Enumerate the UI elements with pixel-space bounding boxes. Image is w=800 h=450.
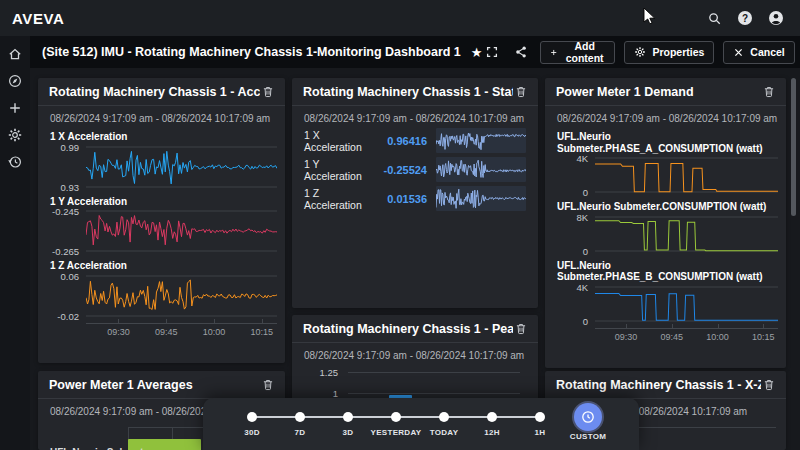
delete-trash-icon[interactable] bbox=[513, 84, 529, 100]
share-icon[interactable] bbox=[511, 45, 531, 59]
x-axis-tick-label: 10:00 bbox=[203, 327, 226, 337]
status-row-label: 1 Y Acceleration bbox=[304, 158, 369, 182]
panel-peak-date-range: 08/26/2024 9:17:09 am - 08/26/2024 10:17… bbox=[304, 350, 526, 361]
peak-y-label: 1.25 bbox=[304, 367, 338, 378]
delete-trash-icon[interactable] bbox=[761, 84, 777, 100]
status-row-value: 0.01536 bbox=[369, 193, 427, 205]
user-account-icon[interactable] bbox=[768, 10, 784, 26]
add-content-button[interactable]: Add content bbox=[540, 41, 615, 64]
add-plus-icon[interactable] bbox=[7, 100, 23, 116]
x-axis-tick-label: 10:15 bbox=[752, 332, 775, 342]
x-axis-tick bbox=[626, 324, 627, 328]
x-axis-tick-label: 09:45 bbox=[155, 327, 178, 337]
x-axis: 09:3009:4510:0010:15 bbox=[545, 328, 778, 344]
time-range-label: 3D bbox=[343, 428, 354, 437]
custom-range-label: CUSTOM bbox=[570, 432, 606, 441]
x-axis-line: 09:3009:4510:0010:15 bbox=[595, 328, 778, 344]
properties-button[interactable]: Properties bbox=[624, 41, 714, 64]
trend-plot-row: -0.245-0.265 bbox=[38, 209, 277, 253]
status-row: 1 X Acceleration0.96416 bbox=[304, 128, 526, 153]
time-range-label: YESTERDAY bbox=[371, 428, 422, 437]
settings-gear-icon[interactable] bbox=[7, 127, 23, 143]
search-icon[interactable] bbox=[707, 11, 722, 26]
time-range-option-today[interactable]: TODAY bbox=[444, 398, 445, 450]
x-axis-tick bbox=[262, 319, 263, 323]
delete-trash-icon[interactable] bbox=[513, 321, 529, 337]
svg-text:?: ? bbox=[742, 13, 748, 24]
y-max-label: 8K bbox=[576, 211, 588, 222]
y-min-label: -0.265 bbox=[52, 246, 79, 257]
trend-plot-row: 0.990.93 bbox=[38, 145, 277, 189]
time-range-dot bbox=[535, 412, 545, 422]
vertical-scrollbar[interactable] bbox=[791, 78, 796, 216]
fullscreen-icon[interactable] bbox=[482, 45, 502, 59]
favorite-star-icon[interactable]: ★ bbox=[471, 46, 483, 59]
peak-gridline bbox=[348, 372, 520, 373]
time-range-option-yesterday[interactable]: YESTERDAY bbox=[396, 398, 397, 450]
history-clock-icon[interactable] bbox=[7, 154, 23, 170]
peak-y-label: 1 bbox=[304, 388, 338, 399]
topbar-icons: ? bbox=[707, 10, 788, 26]
trend-plot-area bbox=[595, 215, 778, 253]
time-range-label: 1H bbox=[535, 428, 546, 437]
header-actions: Add content Properties Cancel Save bbox=[482, 41, 800, 64]
trend-series-1-z-acceleration: 1 Z Acceleration0.06-0.02 bbox=[38, 260, 285, 318]
left-nav-sidebar bbox=[0, 36, 30, 450]
delete-trash-icon[interactable] bbox=[260, 84, 276, 100]
time-range-option-custom[interactable]: CUSTOM bbox=[588, 398, 589, 450]
status-row-value: -0.25524 bbox=[369, 164, 427, 176]
trend-series-ufl-neurio-submeter-phase-b-consumption-watt: UFL.NeurioSubmeter.PHASE_B_CONSUMPTION (… bbox=[545, 260, 786, 323]
trend-series-label: 1 Z Acceleration bbox=[50, 260, 273, 272]
panel-demand-date-range: 08/26/2024 9:17:09 am - 08/26/2024 10:17… bbox=[557, 113, 774, 124]
time-range-option-12h[interactable]: 12H bbox=[492, 398, 493, 450]
cancel-button[interactable]: Cancel bbox=[723, 41, 794, 64]
time-range-label: 12H bbox=[484, 428, 500, 437]
time-range-label: 30D bbox=[244, 428, 260, 437]
trend-plot-row: 0.06-0.02 bbox=[38, 274, 277, 318]
time-range-label: 7D bbox=[295, 428, 306, 437]
time-range-dot bbox=[487, 412, 497, 422]
cancel-label: Cancel bbox=[750, 46, 784, 58]
x-axis-tick-label: 09:30 bbox=[107, 327, 130, 337]
y-max-label: 0.06 bbox=[61, 270, 80, 281]
trend-series-label: UFL.NeurioSubmeter.PHASE_A_CONSUMPTION (… bbox=[557, 131, 774, 154]
add-content-label: Add content bbox=[564, 40, 605, 64]
time-range-label: TODAY bbox=[430, 428, 459, 437]
x-axis-tick bbox=[718, 324, 719, 328]
time-range-dot bbox=[295, 412, 305, 422]
status-row-label: 1 Z Acceleration bbox=[304, 187, 369, 211]
time-range-option-1h[interactable]: 1H bbox=[540, 398, 541, 450]
panel-peak-header: Rotating Machinery Chassis 1 - Peak ... bbox=[292, 315, 538, 343]
trend-series-label: 1 Y Acceleration bbox=[50, 196, 273, 208]
panel-power-demand: Power Meter 1 Demand 08/26/2024 9:17:09 … bbox=[545, 78, 786, 368]
y-max-label: -0.245 bbox=[52, 206, 79, 217]
trend-series-label: UFL.Neurio Submeter.CONSUMPTION (watt) bbox=[557, 201, 774, 213]
time-range-dot bbox=[343, 412, 353, 422]
x-axis-tick bbox=[214, 319, 215, 323]
delete-trash-icon[interactable] bbox=[260, 377, 276, 393]
panel-status-date-range: 08/26/2024 9:17:09 am - 08/26/2024 10:17… bbox=[304, 113, 526, 124]
panel-averages-title: Power Meter 1 Averages bbox=[49, 378, 260, 392]
trend-plot-area bbox=[86, 145, 277, 189]
status-row: 1 Z Acceleration0.01536 bbox=[304, 186, 526, 211]
accel-trend-charts: 1 X Acceleration0.990.931 Y Acceleration… bbox=[38, 131, 285, 339]
time-range-option-30d[interactable]: 30D bbox=[252, 398, 253, 450]
explore-compass-icon[interactable] bbox=[7, 73, 23, 89]
x-axis-tick-label: 09:30 bbox=[615, 332, 638, 342]
x-axis-tick bbox=[118, 319, 119, 323]
trend-series-1-x-acceleration: 1 X Acceleration0.990.93 bbox=[38, 131, 285, 189]
time-range-option-7d[interactable]: 7D bbox=[300, 398, 301, 450]
trend-series-label: UFL.NeurioSubmeter.PHASE_B_CONSUMPTION (… bbox=[557, 260, 774, 283]
time-range-option-3d[interactable]: 3D bbox=[348, 398, 349, 450]
y-max-label: 4K bbox=[576, 281, 588, 292]
trend-plot-row: 8K0 bbox=[545, 215, 778, 253]
home-icon[interactable] bbox=[7, 46, 23, 62]
panel-status-header: Rotating Machinery Chassis 1 - Status... bbox=[292, 78, 538, 106]
y-axis-labels: 4K0 bbox=[545, 156, 595, 194]
plus-icon bbox=[550, 47, 557, 58]
help-icon[interactable]: ? bbox=[737, 10, 753, 26]
x-axis-tick-label: 10:15 bbox=[250, 327, 273, 337]
x-axis: 09:3009:4510:0010:15 bbox=[38, 323, 277, 339]
delete-trash-icon[interactable] bbox=[761, 377, 777, 393]
y-min-label: 0 bbox=[583, 245, 588, 256]
